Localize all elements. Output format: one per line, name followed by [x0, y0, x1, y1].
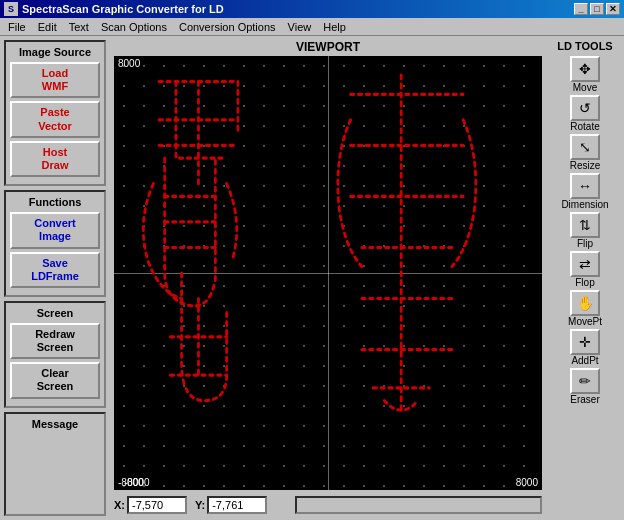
- functions-title: Functions: [10, 196, 100, 208]
- tool-resize[interactable]: ⤡ Resize: [550, 134, 620, 171]
- addpt-label: AddPt: [571, 355, 598, 366]
- maximize-button[interactable]: □: [590, 3, 604, 15]
- dimension-icon: ↔: [570, 173, 600, 199]
- move-label: Move: [573, 82, 597, 93]
- menu-conversion-options[interactable]: Conversion Options: [173, 20, 282, 34]
- rotate-icon: ↺: [570, 95, 600, 121]
- minimize-button[interactable]: _: [574, 3, 588, 15]
- host-draw-button[interactable]: HostDraw: [10, 141, 100, 177]
- rotate-label: Rotate: [570, 121, 599, 132]
- center-panel: VIEWPORT 8000 -8000 -8000 8000: [110, 36, 546, 520]
- addpt-icon: ✛: [570, 329, 600, 355]
- ld-tools-title: LD TOOLS: [550, 40, 620, 52]
- viewport-canvas[interactable]: 8000 -8000 -8000 8000: [114, 56, 542, 490]
- menu-text[interactable]: Text: [63, 20, 95, 34]
- menu-help[interactable]: Help: [317, 20, 352, 34]
- message-title: Message: [10, 418, 100, 430]
- image-source-section: Image Source LoadWMF PasteVector HostDra…: [4, 40, 106, 186]
- load-wmf-button[interactable]: LoadWMF: [10, 62, 100, 98]
- flip-label: Flip: [577, 238, 593, 249]
- flop-label: Flop: [575, 277, 594, 288]
- redraw-screen-button[interactable]: RedrawScreen: [10, 323, 100, 359]
- y-label: Y:: [195, 499, 205, 511]
- right-panel: LD TOOLS ✥ Move ↺ Rotate ⤡ Resize ↔ Dime…: [546, 36, 624, 520]
- save-ldframe-button[interactable]: SaveLDFrame: [10, 252, 100, 288]
- y-value-input[interactable]: [207, 496, 267, 514]
- tool-eraser[interactable]: ✏ Eraser: [550, 368, 620, 405]
- clear-screen-button[interactable]: ClearScreen: [10, 362, 100, 398]
- x-label: X:: [114, 499, 125, 511]
- tool-dimension[interactable]: ↔ Dimension: [550, 173, 620, 210]
- move-icon: ✥: [570, 56, 600, 82]
- tool-flip[interactable]: ⇅ Flip: [550, 212, 620, 249]
- close-button[interactable]: ✕: [606, 3, 620, 15]
- tool-addpt[interactable]: ✛ AddPt: [550, 329, 620, 366]
- menu-bar: File Edit Text Scan Options Conversion O…: [0, 18, 624, 36]
- resize-icon: ⤡: [570, 134, 600, 160]
- convert-image-button[interactable]: ConvertImage: [10, 212, 100, 248]
- window-title: SpectraScan Graphic Converter for LD: [22, 3, 224, 15]
- menu-file[interactable]: File: [2, 20, 32, 34]
- movept-icon: ✋: [570, 290, 600, 316]
- screen-title: Screen: [10, 307, 100, 319]
- screen-section: Screen RedrawScreen ClearScreen: [4, 301, 106, 408]
- menu-view[interactable]: View: [282, 20, 318, 34]
- coords-bar: X: Y:: [114, 494, 542, 516]
- eraser-label: Eraser: [570, 394, 599, 405]
- tool-move[interactable]: ✥ Move: [550, 56, 620, 93]
- main-layout: Image Source LoadWMF PasteVector HostDra…: [0, 36, 624, 520]
- tool-rotate[interactable]: ↺ Rotate: [550, 95, 620, 132]
- flip-icon: ⇅: [570, 212, 600, 238]
- resize-label: Resize: [570, 160, 601, 171]
- dimension-label: Dimension: [561, 199, 608, 210]
- status-bar: [295, 496, 542, 514]
- movept-label: MovePt: [568, 316, 602, 327]
- functions-section: Functions ConvertImage SaveLDFrame: [4, 190, 106, 297]
- title-bar: S SpectraScan Graphic Converter for LD _…: [0, 0, 624, 18]
- menu-scan-options[interactable]: Scan Options: [95, 20, 173, 34]
- drawing-canvas: [114, 56, 542, 490]
- viewport-container: 8000 -8000 -8000 8000: [114, 56, 542, 490]
- paste-vector-button[interactable]: PasteVector: [10, 101, 100, 137]
- tool-flop[interactable]: ⇄ Flop: [550, 251, 620, 288]
- y-coord-field: Y:: [195, 496, 267, 514]
- x-value-input[interactable]: [127, 496, 187, 514]
- x-coord-field: X:: [114, 496, 187, 514]
- menu-edit[interactable]: Edit: [32, 20, 63, 34]
- title-buttons: _ □ ✕: [574, 3, 620, 15]
- app-icon: S: [4, 2, 18, 16]
- flop-icon: ⇄: [570, 251, 600, 277]
- left-panel: Image Source LoadWMF PasteVector HostDra…: [0, 36, 110, 520]
- image-source-title: Image Source: [10, 46, 100, 58]
- message-section: Message: [4, 412, 106, 516]
- tool-movept[interactable]: ✋ MovePt: [550, 290, 620, 327]
- viewport-title: VIEWPORT: [114, 40, 542, 54]
- eraser-icon: ✏: [570, 368, 600, 394]
